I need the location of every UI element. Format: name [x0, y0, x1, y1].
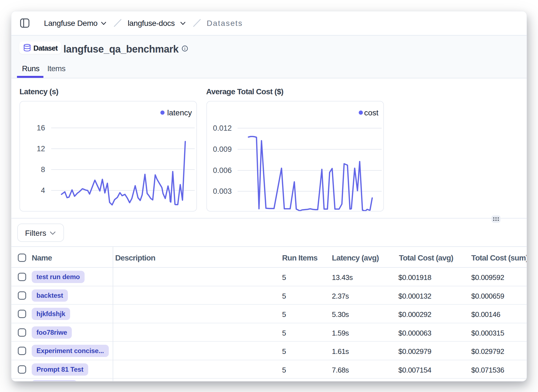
svg-text:0.003: 0.003	[213, 187, 232, 195]
svg-text:16: 16	[37, 124, 45, 132]
svg-text:0.012: 0.012	[213, 124, 232, 132]
svg-text:0.006: 0.006	[213, 166, 232, 175]
svg-text:latency: latency	[167, 108, 192, 117]
svg-text:cost: cost	[364, 108, 379, 117]
svg-text:8: 8	[41, 165, 45, 174]
svg-text:12: 12	[37, 145, 45, 153]
svg-text:4: 4	[41, 186, 45, 195]
svg-text:0.009: 0.009	[213, 145, 232, 153]
